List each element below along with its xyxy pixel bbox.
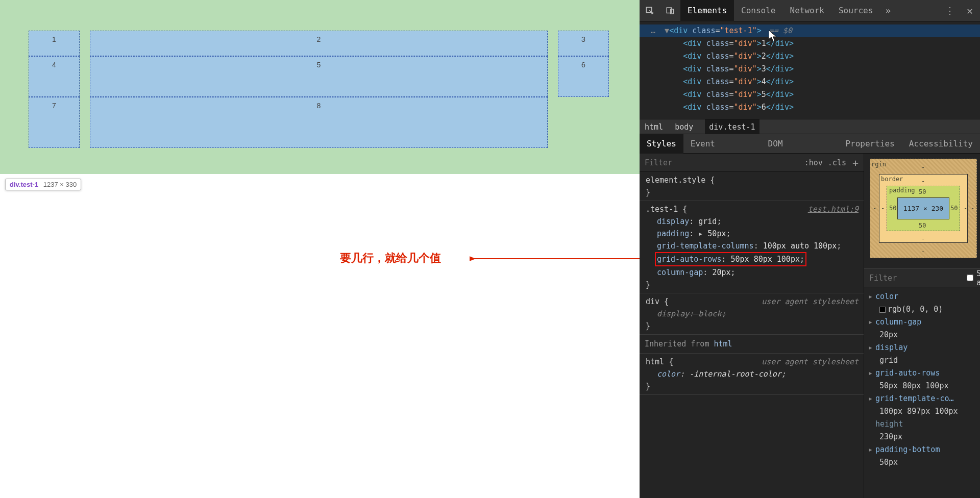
- computed-value: rgb(0, 0, 0): [868, 303, 976, 316]
- tooltip-dimensions: 1237 × 330: [43, 181, 77, 188]
- dom-node[interactable]: <div class="div">6</div>: [640, 101, 980, 114]
- inspect-icon[interactable]: [644, 5, 656, 17]
- styles-column: :hov .cls + element.style { } .test-1 { …: [640, 154, 864, 498]
- computed-value: grid: [868, 354, 976, 367]
- devtools-top-bar: Elements Console Network Sources » ⋮ ✕: [640, 0, 980, 21]
- crumb-item[interactable]: body: [675, 122, 693, 132]
- computed-filter-row: Show all: [864, 269, 980, 287]
- computed-properties[interactable]: ▸color rgb(0, 0, 0) ▸column-gap 20px ▸di…: [864, 287, 980, 498]
- grid-cell: 8: [90, 97, 548, 148]
- dom-node[interactable]: <div class="div">4</div>: [640, 76, 980, 88]
- grid-cell: 5: [90, 56, 548, 97]
- computed-row[interactable]: ▸height: [868, 418, 976, 431]
- subtab-event-listeners[interactable]: Event Listeners: [683, 134, 761, 154]
- subtab-accessibility[interactable]: Accessibility: [902, 134, 980, 154]
- rule-test-1[interactable]: .test-1 { test.html:9 display: grid; pad…: [640, 201, 864, 293]
- dom-node[interactable]: <div class="div">2</div>: [640, 50, 980, 63]
- css-declaration-overridden[interactable]: display: block;: [646, 308, 859, 320]
- styles-filter-input[interactable]: [645, 158, 799, 167]
- computed-value: 230px: [868, 431, 976, 443]
- grid-cell: 6: [558, 56, 609, 97]
- computed-value: 20px: [868, 329, 976, 341]
- dom-node[interactable]: <div class="div">1</div>: [640, 37, 980, 50]
- device-toggle-icon[interactable]: [664, 5, 676, 17]
- preview-area: 1 2 3 4 5 6 7 8: [0, 0, 640, 174]
- inherited-from-label: Inherited from html: [640, 335, 864, 354]
- hov-toggle[interactable]: :hov: [804, 158, 823, 167]
- show-all-checkbox[interactable]: [967, 274, 973, 282]
- kebab-menu-icon[interactable]: ⋮: [940, 5, 960, 16]
- more-tabs-chevron[interactable]: »: [880, 5, 896, 16]
- css-declaration[interactable]: padding: ▸ 50px;: [646, 228, 859, 240]
- computed-row[interactable]: ▸column-gap: [868, 316, 976, 329]
- tab-sources[interactable]: Sources: [831, 0, 880, 21]
- computed-filter-input[interactable]: [869, 273, 967, 283]
- computed-row[interactable]: ▸color: [868, 290, 976, 303]
- tab-elements[interactable]: Elements: [680, 0, 734, 21]
- bm-content[interactable]: 1137 × 230: [897, 197, 949, 219]
- grid-cell: 2: [90, 31, 548, 56]
- element-tooltip: div.test-1 1237 × 330: [5, 179, 81, 190]
- annotation-arrow: [470, 254, 658, 264]
- ua-label: user agent stylesheet: [762, 295, 859, 308]
- css-declaration[interactable]: column-gap: 20px;: [646, 266, 859, 279]
- source-link[interactable]: test.html:9: [808, 203, 859, 215]
- rule-html-ua[interactable]: html { user agent stylesheet color: -int…: [640, 354, 864, 395]
- css-declaration-highlighted[interactable]: grid-auto-rows: 50px 80px 100px;: [646, 252, 859, 266]
- computed-row[interactable]: ▸display: [868, 341, 976, 354]
- crumb-item-current[interactable]: div.test-1: [705, 119, 759, 135]
- close-icon[interactable]: ✕: [960, 5, 980, 17]
- computed-row[interactable]: ▸padding-bottom: [868, 443, 976, 456]
- selector-text: .test-1 {: [646, 203, 687, 215]
- color-swatch[interactable]: [879, 307, 886, 313]
- annotation-text: 要几行，就给几个值: [340, 251, 441, 266]
- computed-value: 100px 897px 100px: [868, 405, 976, 418]
- dom-tree[interactable]: … ▼<div class="test-1"> == $0 <div class…: [640, 21, 980, 119]
- cls-toggle[interactable]: .cls: [828, 158, 846, 167]
- rule-element-style[interactable]: element.style { }: [640, 172, 864, 201]
- box-model[interactable]: 1137 × 230 rgin border padding - - - - 5…: [864, 154, 980, 269]
- subtab-dom-breakpoints[interactable]: DOM Breakpoints: [761, 134, 839, 154]
- computed-row[interactable]: ▸grid-auto-rows: [868, 367, 976, 380]
- selector-text: div {: [646, 295, 669, 308]
- breadcrumb: html body div.test-1: [640, 119, 980, 134]
- test-1-grid[interactable]: 1 2 3 4 5 6 7 8: [29, 31, 609, 148]
- ua-label: user agent stylesheet: [762, 356, 859, 368]
- selector-text: html {: [646, 356, 673, 368]
- new-rule-button[interactable]: +: [852, 157, 859, 169]
- subtab-properties[interactable]: Properties: [838, 134, 901, 154]
- computed-row[interactable]: ▸grid-template-co…: [868, 392, 976, 405]
- grid-cell: 4: [29, 56, 80, 97]
- computed-column: 1137 × 230 rgin border padding - - - - 5…: [864, 154, 980, 498]
- rule-div-ua[interactable]: div { user agent stylesheet display: blo…: [640, 293, 864, 335]
- computed-value: 50px: [868, 456, 976, 469]
- dom-node[interactable]: <div class="div">5</div>: [640, 88, 980, 101]
- css-rules-list[interactable]: element.style { } .test-1 { test.html:9 …: [640, 172, 864, 498]
- grid-cell: 7: [29, 97, 80, 148]
- computed-value: 50px 80px 100px: [868, 380, 976, 392]
- lower-split: :hov .cls + element.style { } .test-1 { …: [640, 154, 980, 498]
- styles-filter-row: :hov .cls +: [640, 154, 864, 172]
- tab-console[interactable]: Console: [734, 0, 782, 21]
- tab-network[interactable]: Network: [783, 0, 831, 21]
- css-declaration[interactable]: color: -internal-root-color;: [646, 368, 859, 380]
- dom-node-selected[interactable]: … ▼<div class="test-1"> == $0: [640, 24, 980, 37]
- dom-node[interactable]: <div class="div">3</div>: [640, 63, 980, 76]
- devtools-panel: Elements Console Network Sources » ⋮ ✕ ……: [640, 0, 980, 498]
- show-all-label[interactable]: Show all: [976, 269, 980, 287]
- grid-cell: 1: [29, 31, 80, 56]
- css-declaration[interactable]: display: grid;: [646, 215, 859, 228]
- styles-subtabs: Styles Event Listeners DOM Breakpoints P…: [640, 134, 980, 154]
- selector-text: element.style {: [646, 174, 859, 186]
- crumb-item[interactable]: html: [645, 122, 663, 132]
- subtab-styles[interactable]: Styles: [640, 134, 683, 154]
- css-declaration[interactable]: grid-template-columns: 100px auto 100px;: [646, 240, 859, 252]
- grid-cell: 3: [558, 31, 609, 56]
- tooltip-selector: div.test-1: [10, 181, 38, 188]
